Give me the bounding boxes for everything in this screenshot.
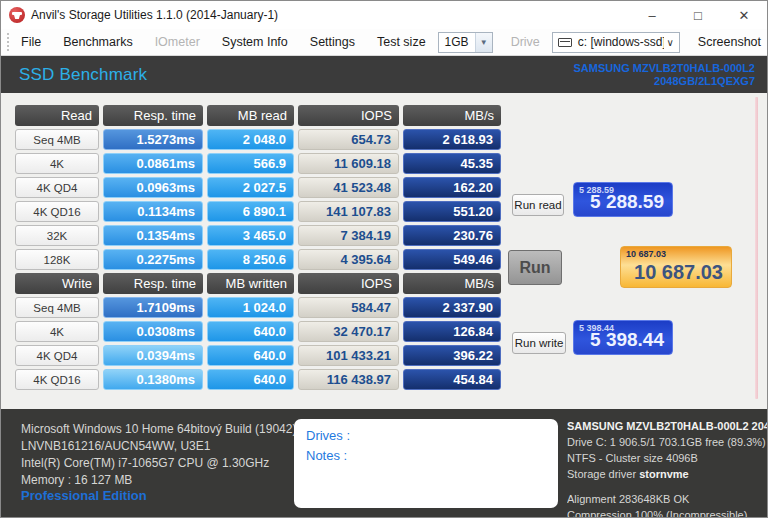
read-resp-cell: 0.0861ms <box>103 153 203 174</box>
write-iops-cell: 116 438.97 <box>298 369 399 390</box>
read-resp-cell: 0.0963ms <box>103 177 203 198</box>
read-iops-cell: 141 107.83 <box>298 201 399 222</box>
read-row-label[interactable]: 4K QD4 <box>15 177 99 198</box>
anvil-app-icon <box>9 7 25 23</box>
write-mbs-cell: 454.84 <box>403 369 501 390</box>
dropdown-arrow-icon[interactable]: ▼ <box>475 33 492 52</box>
window-title: Anvil's Storage Utilities 1.1.0 (2014-Ja… <box>31 8 278 22</box>
machine-line: LNVNB161216/AUCN54WW, U3E1 <box>21 438 296 455</box>
write-resp-cell: 1.7109ms <box>103 297 203 318</box>
read-mbs-cell: 162.20 <box>403 177 501 198</box>
write-mb-cell: 640.0 <box>207 321 294 342</box>
menu-iometer: IOmeter <box>147 31 208 53</box>
progress-bar <box>755 97 758 399</box>
drive-free-space: Drive C: 1 906.5/1 703.1GB free (89.3%) <box>567 434 767 450</box>
main-area: Read Resp. time MB read IOPS MB/s Seq 4M… <box>1 93 767 409</box>
test-size-label: Test size <box>369 31 434 53</box>
cpu-line: Intel(R) Core(TM) i7-1065G7 CPU @ 1.30GH… <box>21 455 296 472</box>
write-resp-cell: 0.0308ms <box>103 321 203 342</box>
write-iops-cell: 584.47 <box>298 297 399 318</box>
menu-file[interactable]: File <box>13 31 49 53</box>
read-row-label[interactable]: 4K QD16 <box>15 201 99 222</box>
total-score-small: 10 687.03 <box>626 249 666 259</box>
os-line: Microsoft Windows 10 Home 64bitový Build… <box>21 421 296 438</box>
iops-header: IOPS <box>298 273 399 294</box>
drive-model: SAMSUNG MZVLB2T0HALB-000L2 2048GB <box>567 418 767 434</box>
write-mb-cell: 640.0 <box>207 369 294 390</box>
write-score-value: 5 398.44 <box>590 329 664 351</box>
write-iops-cell: 101 433.21 <box>298 345 399 366</box>
write-mbs-cell: 396.22 <box>403 345 501 366</box>
footer-panel: Microsoft Windows 10 Home 64bitový Build… <box>1 409 767 518</box>
title-bar: Anvil's Storage Utilities 1.1.0 (2014-Ja… <box>1 1 767 29</box>
mbs-header: MB/s <box>403 273 501 294</box>
read-iops-cell: 11 609.18 <box>298 153 399 174</box>
device-capacity-firmware: 2048GB/2L1QEXG7 <box>573 75 755 88</box>
drive-filesystem: NTFS - Cluster size 4096B <box>567 450 767 466</box>
read-header: Read <box>15 105 99 126</box>
drive-value: c: [windows-ssd] <box>572 35 665 49</box>
mb-written-header: MB written <box>207 273 294 294</box>
read-iops-cell: 7 384.19 <box>298 225 399 246</box>
read-iops-cell: 41 523.48 <box>298 177 399 198</box>
read-resp-cell: 0.1354ms <box>103 225 203 246</box>
minimize-icon[interactable]: – <box>629 1 675 29</box>
read-mb-cell: 3 465.0 <box>207 225 294 246</box>
close-icon[interactable]: ✕ <box>721 1 767 29</box>
toolbar-grip <box>7 33 9 51</box>
run-write-button[interactable]: Run write <box>512 332 566 354</box>
resp-time-header: Resp. time <box>103 273 203 294</box>
write-iops-cell: 32 470.17 <box>298 321 399 342</box>
resp-time-header: Resp. time <box>103 105 203 126</box>
compression-line: Compression 100% (Incompressible) <box>567 507 767 518</box>
menu-settings[interactable]: Settings <box>302 31 363 53</box>
read-row-label[interactable]: 4K <box>15 153 99 174</box>
chevron-down-icon: ∨ <box>664 37 678 48</box>
read-mbs-cell: 551.20 <box>403 201 501 222</box>
read-resp-cell: 0.2275ms <box>103 249 203 270</box>
write-row-label[interactable]: 4K QD4 <box>15 345 99 366</box>
mb-read-header: MB read <box>207 105 294 126</box>
read-iops-cell: 654.73 <box>298 129 399 150</box>
alignment-line: Alignment 283648KB OK <box>567 491 767 507</box>
menu-screenshot[interactable]: Screenshot <box>690 31 768 53</box>
read-row-label[interactable]: 128K <box>15 249 99 270</box>
device-model: SAMSUNG MZVLB2T0HALB-000L2 <box>573 62 755 75</box>
read-mbs-cell: 549.46 <box>403 249 501 270</box>
read-score-value: 5 288.59 <box>590 191 664 213</box>
write-row-label[interactable]: 4K <box>15 321 99 342</box>
drive-icon <box>558 38 572 47</box>
write-row-label[interactable]: Seq 4MB <box>15 297 99 318</box>
read-iops-cell: 4 395.64 <box>298 249 399 270</box>
write-mbs-cell: 126.84 <box>403 321 501 342</box>
menu-system-info[interactable]: System Info <box>214 31 296 53</box>
storage-driver-line: Storage driver stornvme <box>567 466 767 482</box>
maximize-icon[interactable]: □ <box>675 1 721 29</box>
drive-select[interactable]: c: [windows-ssd] ∨ <box>552 32 680 53</box>
write-row-label[interactable]: 4K QD16 <box>15 369 99 390</box>
write-table: Write Resp. time MB written IOPS MB/s Se… <box>15 273 501 390</box>
notes-label: Notes : <box>306 446 546 466</box>
test-size-select[interactable]: 1GB ▼ <box>438 32 493 53</box>
read-mb-cell: 2 048.0 <box>207 129 294 150</box>
write-mb-cell: 1 024.0 <box>207 297 294 318</box>
run-read-button[interactable]: Run read <box>512 194 564 216</box>
run-button[interactable]: Run <box>508 250 562 285</box>
read-mbs-cell: 230.76 <box>403 225 501 246</box>
drives-label: Drives : <box>306 426 546 446</box>
read-table: Read Resp. time MB read IOPS MB/s Seq 4M… <box>15 105 501 270</box>
page-title: SSD Benchmark <box>19 65 147 85</box>
mbs-header: MB/s <box>403 105 501 126</box>
notes-box[interactable]: Drives : Notes : <box>294 419 558 508</box>
drive-label: Drive <box>503 31 548 53</box>
edition-label: Professional Edition <box>21 488 147 503</box>
memory-line: Memory : 16 127 MB <box>21 472 296 489</box>
total-score-box: 10 687.03 10 687.03 <box>620 246 732 288</box>
read-row-label[interactable]: Seq 4MB <box>15 129 99 150</box>
menu-benchmarks[interactable]: Benchmarks <box>55 31 140 53</box>
read-resp-cell: 0.1134ms <box>103 201 203 222</box>
read-mb-cell: 566.9 <box>207 153 294 174</box>
write-header: Write <box>15 273 99 294</box>
write-mbs-cell: 2 337.90 <box>403 297 501 318</box>
read-row-label[interactable]: 32K <box>15 225 99 246</box>
